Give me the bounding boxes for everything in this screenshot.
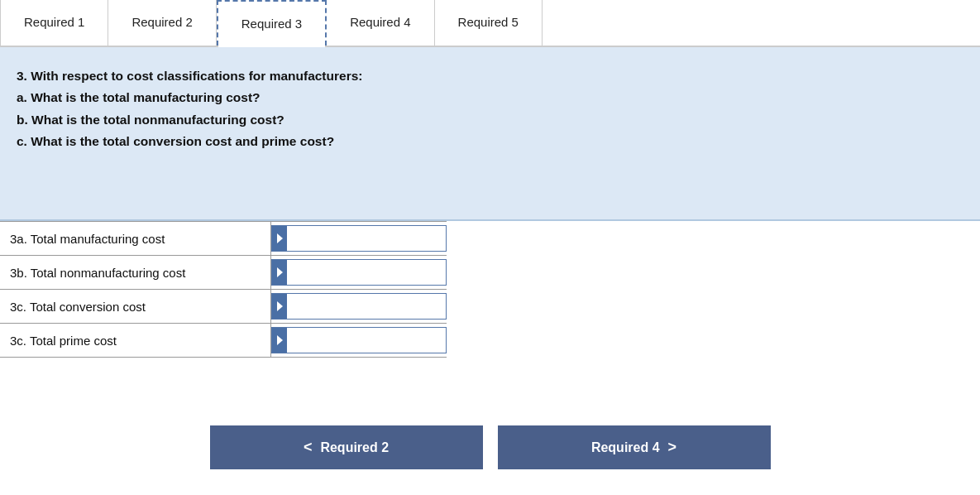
prev-chevron-icon: < bbox=[304, 439, 313, 456]
row-3-arrow-icon bbox=[272, 294, 287, 319]
row-4-input[interactable] bbox=[287, 328, 446, 353]
nav-buttons: < Required 2 Required 4 > bbox=[0, 425, 980, 469]
row-4-arrow-icon bbox=[272, 328, 287, 353]
row-2-label: 3b. Total nonmanufacturing cost bbox=[0, 256, 271, 290]
row-3-label: 3c. Total conversion cost bbox=[0, 290, 271, 324]
row-4-label-text: 3c. Total prime cost bbox=[10, 334, 117, 348]
cost-table: 3a. Total manufacturing cost 3b. Total n… bbox=[0, 221, 447, 358]
row-2-arrow-icon bbox=[272, 260, 287, 285]
row-1-input-wrapper bbox=[271, 225, 447, 252]
main-content: 3. With respect to cost classifications … bbox=[0, 47, 980, 484]
tab-label-1: Required 1 bbox=[24, 15, 84, 29]
tab-required-2[interactable]: Required 2 bbox=[108, 0, 216, 46]
row-4-label: 3c. Total prime cost bbox=[0, 324, 271, 358]
row-1-label-text: 3a. Total manufacturing cost bbox=[10, 232, 165, 246]
row-1-arrow-icon bbox=[272, 226, 287, 251]
question-area: 3. With respect to cost classifications … bbox=[0, 47, 980, 221]
tab-required-5[interactable]: Required 5 bbox=[435, 0, 543, 46]
row-4-input-cell bbox=[271, 324, 447, 358]
table-row: 3c. Total prime cost bbox=[0, 324, 447, 358]
row-2-label-text: 3b. Total nonmanufacturing cost bbox=[10, 266, 185, 280]
row-2-input[interactable] bbox=[287, 260, 446, 285]
tab-required-1[interactable]: Required 1 bbox=[0, 0, 108, 46]
tab-label-5: Required 5 bbox=[458, 15, 519, 29]
tab-header: Required 1 Required 2 Required 3 Require… bbox=[0, 0, 980, 47]
row-3-input-wrapper bbox=[271, 293, 447, 320]
tab-required-3[interactable]: Required 3 bbox=[217, 0, 327, 46]
tab-required-4[interactable]: Required 4 bbox=[327, 0, 434, 46]
tab-label-2: Required 2 bbox=[131, 15, 192, 29]
next-button-label: Required 4 bbox=[591, 440, 660, 455]
row-1-input[interactable] bbox=[287, 226, 446, 251]
tab-label-4: Required 4 bbox=[350, 15, 410, 29]
table-area: 3a. Total manufacturing cost 3b. Total n… bbox=[0, 221, 980, 358]
row-4-input-wrapper bbox=[271, 327, 447, 353]
question-line-1: 3. With respect to cost classifications … bbox=[17, 65, 963, 87]
prev-button-label: Required 2 bbox=[320, 440, 389, 455]
tab-label-3: Required 3 bbox=[241, 17, 302, 31]
next-chevron-icon: > bbox=[668, 439, 677, 456]
row-3-label-text: 3c. Total conversion cost bbox=[10, 300, 146, 314]
row-2-input-cell bbox=[271, 256, 447, 290]
table-row: 3a. Total manufacturing cost bbox=[0, 222, 447, 256]
question-line-4: c. What is the total conversion cost and… bbox=[17, 131, 963, 152]
row-1-input-cell bbox=[271, 222, 447, 256]
next-button[interactable]: Required 4 > bbox=[498, 425, 771, 469]
question-line-3: b. What is the total nonmanufacturing co… bbox=[17, 109, 963, 131]
row-3-input[interactable] bbox=[287, 294, 446, 319]
table-row: 3b. Total nonmanufacturing cost bbox=[0, 256, 447, 290]
table-row: 3c. Total conversion cost bbox=[0, 290, 447, 324]
row-2-input-wrapper bbox=[271, 259, 447, 286]
row-3-input-cell bbox=[271, 290, 447, 324]
row-1-label: 3a. Total manufacturing cost bbox=[0, 222, 271, 256]
prev-button[interactable]: < Required 2 bbox=[210, 425, 483, 469]
question-line-2: a. What is the total manufacturing cost? bbox=[17, 87, 963, 108]
